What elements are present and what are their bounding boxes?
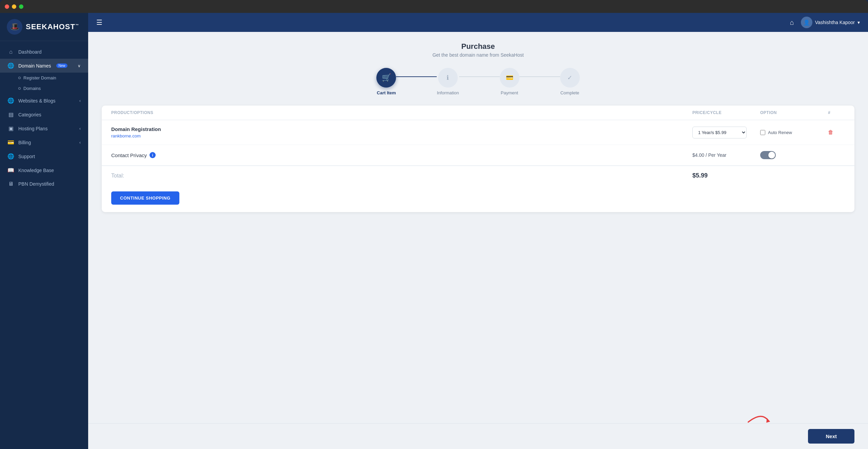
- contact-privacy-row: Contact Privacy i $4.00 / Per Year: [102, 145, 854, 166]
- home-button[interactable]: ⌂: [790, 19, 794, 26]
- user-menu[interactable]: 👤 Vashishtha Kapoor ▾: [801, 17, 860, 28]
- stepper: 🛒 Cart Item ℹ Information 💳 Payment: [102, 68, 854, 95]
- sidebar-nav: ⌂ Dashboard 🌐 Domain Names New ∨ Registe…: [0, 41, 88, 195]
- step-connector-1: [396, 76, 437, 77]
- chevron-icon: ‹: [79, 98, 81, 103]
- domain-icon: 🌐: [7, 62, 14, 69]
- price-select[interactable]: 1 Year/s $5.99 2 Year/s $11.98 3 Year/s …: [692, 127, 747, 138]
- delete-icon[interactable]: 🗑: [828, 129, 833, 135]
- pbn-icon: 🖥: [7, 181, 14, 187]
- hosting-icon: ▣: [7, 125, 14, 132]
- step-complete-label: Complete: [560, 90, 579, 95]
- step-cart-label: Cart Item: [377, 90, 396, 95]
- step-complete: ✓ Complete: [560, 68, 580, 95]
- product-name: Domain Registration: [111, 126, 692, 132]
- new-badge: New: [56, 63, 67, 68]
- sidebar-item-label: Categories: [18, 112, 41, 117]
- sidebar-item-dashboard[interactable]: ⌂ Dashboard: [0, 45, 88, 59]
- bottom-bar: Next: [88, 423, 868, 449]
- sidebar-item-label: Dashboard: [18, 49, 42, 55]
- sidebar-item-domain-names[interactable]: 🌐 Domain Names New ∨: [0, 59, 88, 73]
- mac-maximize-button[interactable]: [19, 4, 23, 9]
- topbar: ☰ ⌂ 👤 Vashishtha Kapoor ▾: [88, 13, 868, 32]
- sidebar-item-label: Hosting Plans: [18, 126, 47, 131]
- logo-icon: 🎩: [7, 19, 22, 35]
- sub-item-label: Register Domain: [23, 75, 56, 80]
- product-info: Domain Registration rankborne.com: [111, 126, 692, 138]
- step-information: ℹ Information: [437, 68, 459, 95]
- header-product: PRODUCT/OPTIONS: [111, 110, 692, 115]
- avatar: 👤: [801, 17, 812, 28]
- privacy-label-cell: Contact Privacy i: [111, 152, 692, 158]
- cart-table-header: PRODUCT/OPTIONS PRICE/CYCLE OPTION #: [102, 106, 854, 120]
- page-subtitle: Get the best domain name from SeekaHost: [102, 52, 854, 58]
- step-info-circle: ℹ: [438, 68, 458, 88]
- user-name: Vashishtha Kapoor: [815, 20, 855, 25]
- support-icon: 🌐: [7, 153, 14, 160]
- sidebar-item-label: Knowledge Base: [18, 168, 54, 173]
- step-connector-3: [519, 76, 560, 77]
- sidebar-item-hosting[interactable]: ▣ Hosting Plans ‹: [0, 121, 88, 135]
- mac-close-button[interactable]: [5, 4, 9, 9]
- sub-dot-icon: [18, 77, 21, 79]
- domain-sub-menu: Register Domain Domains: [0, 73, 88, 94]
- dashboard-icon: ⌂: [7, 49, 14, 55]
- logo-text: SEEKAHOST™: [26, 22, 79, 31]
- sidebar-item-billing[interactable]: 💳 Billing ‹: [0, 135, 88, 149]
- chevron-icon: ‹: [79, 126, 81, 131]
- continue-shopping-button[interactable]: CONTINUE SHOPPING: [111, 191, 179, 205]
- price-cycle-cell: 1 Year/s $5.99 2 Year/s $11.98 3 Year/s …: [692, 127, 760, 138]
- step-payment-label: Payment: [501, 90, 518, 95]
- toggle-cell: [760, 151, 828, 159]
- user-chevron: ▾: [857, 20, 860, 25]
- delete-cell: 🗑: [828, 129, 845, 135]
- chevron-icon: ‹: [79, 140, 81, 145]
- topbar-right: ⌂ 👤 Vashishtha Kapoor ▾: [790, 17, 860, 28]
- sub-dot-icon: [18, 87, 21, 90]
- header-option: OPTION: [760, 110, 828, 115]
- knowledge-icon: 📖: [7, 167, 14, 173]
- sidebar-logo: 🎩 SEEKAHOST™: [0, 13, 88, 41]
- step-cart-circle: 🛒: [376, 68, 396, 88]
- hamburger-menu[interactable]: ☰: [96, 18, 102, 26]
- sub-item-label: Domains: [23, 86, 41, 91]
- step-complete-circle: ✓: [560, 68, 580, 88]
- auto-renew-cell: Auto Renew: [760, 130, 828, 135]
- page-title-section: Purchase Get the best domain name from S…: [102, 42, 854, 58]
- auto-renew-checkbox[interactable]: [760, 130, 765, 135]
- websites-icon: 🌐: [7, 97, 14, 104]
- main-area: ☰ ⌂ 👤 Vashishtha Kapoor ▾ Purchase Get t…: [88, 13, 868, 449]
- sidebar-item-label: Support: [18, 154, 35, 159]
- cart-card: PRODUCT/OPTIONS PRICE/CYCLE OPTION # Dom…: [102, 106, 854, 212]
- mac-minimize-button[interactable]: [12, 4, 16, 9]
- categories-icon: ▤: [7, 111, 14, 118]
- sidebar-item-websites[interactable]: 🌐 Websites & Blogs ‹: [0, 94, 88, 108]
- step-cart: 🛒 Cart Item: [376, 68, 396, 95]
- sidebar-item-support[interactable]: 🌐 Support: [0, 149, 88, 163]
- header-hash: #: [828, 110, 845, 115]
- sidebar-item-categories[interactable]: ▤ Categories: [0, 108, 88, 121]
- privacy-price: $4.00 / Per Year: [692, 152, 760, 158]
- total-amount: $5.99: [692, 172, 760, 179]
- content-area: Purchase Get the best domain name from S…: [88, 32, 868, 423]
- billing-icon: 💳: [7, 139, 14, 146]
- sidebar-item-knowledge-base[interactable]: 📖 Knowledge Base: [0, 163, 88, 177]
- domain-registration-row: Domain Registration rankborne.com 1 Year…: [102, 120, 854, 145]
- step-payment: 💳 Payment: [500, 68, 519, 95]
- auto-renew-label: Auto Renew: [768, 130, 792, 135]
- privacy-label-text: Contact Privacy: [111, 152, 147, 158]
- info-icon[interactable]: i: [150, 152, 156, 158]
- step-connector-2: [459, 76, 500, 77]
- sidebar-item-label: Billing: [18, 140, 31, 145]
- sidebar-item-register-domain[interactable]: Register Domain: [18, 73, 88, 83]
- step-info-label: Information: [437, 90, 459, 95]
- next-button[interactable]: Next: [808, 429, 854, 444]
- sidebar-item-label: PBN Demystified: [18, 181, 54, 187]
- privacy-toggle[interactable]: [760, 151, 776, 159]
- mac-titlebar: [0, 0, 868, 13]
- sidebar-item-pbn[interactable]: 🖥 PBN Demystified: [0, 177, 88, 191]
- sidebar-item-domains[interactable]: Domains: [18, 83, 88, 94]
- page-title: Purchase: [102, 42, 854, 51]
- product-domain: rankborne.com: [111, 133, 692, 138]
- total-label: Total:: [111, 173, 692, 179]
